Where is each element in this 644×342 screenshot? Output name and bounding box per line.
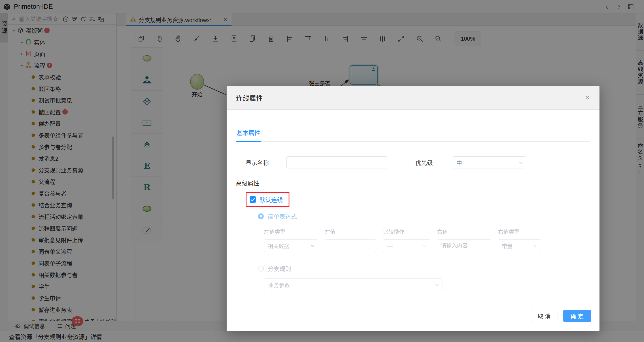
select-value: == xyxy=(387,242,393,249)
branch-rule-option: 分支规则 xyxy=(258,264,600,273)
select-value: 相关数据 xyxy=(268,242,289,250)
dialog-footer: 取 消 确 定 xyxy=(531,310,591,322)
dialog-header: 连线属性 xyxy=(226,86,600,110)
primeton-ide-window: Primeton-IDE 资源 AIEn文 ▾稀饭粥!▸实体▸页面▾流程!表单校… xyxy=(0,0,644,342)
priority-select[interactable]: 中 xyxy=(452,156,526,168)
column-select-disabled[interactable]: == xyxy=(383,239,430,252)
expression-column: 比较操作== xyxy=(383,228,430,252)
column-select-disabled[interactable]: 常量 xyxy=(498,239,541,252)
simple-expression-option: 简单表达式 xyxy=(258,212,600,220)
close-x-icon xyxy=(584,94,591,101)
column-label: 左值类型 xyxy=(264,228,318,235)
column-label: 右值 xyxy=(437,228,491,235)
chevron-down-icon xyxy=(311,243,314,247)
branch-rule-radio[interactable] xyxy=(258,266,264,272)
display-name-label: 显示名称 xyxy=(246,158,269,167)
expression-column: 左值 xyxy=(325,228,376,252)
branch-rule-label: 分支规则 xyxy=(268,264,291,273)
branch-rule-value: 业务参数 xyxy=(268,281,290,289)
display-name-input[interactable] xyxy=(286,156,388,168)
expression-column: 右值类型常量 xyxy=(498,228,541,252)
column-label: 比较操作 xyxy=(383,228,430,235)
column-label: 左值 xyxy=(325,228,376,235)
simple-expression-label: 简单表达式 xyxy=(268,212,297,220)
column-input[interactable] xyxy=(441,242,488,249)
tab-basic-properties[interactable]: 基本属性 xyxy=(236,128,261,142)
chevron-down-icon xyxy=(423,243,427,247)
column-select-disabled[interactable]: 相关数据 xyxy=(264,239,318,252)
select-value: 常量 xyxy=(502,242,512,250)
annotation-highlight-box: 默认连线 xyxy=(246,192,290,207)
chevron-down-icon xyxy=(435,282,439,286)
advanced-section-label: 高级属性 xyxy=(236,179,259,187)
section-divider xyxy=(263,183,590,183)
cancel-button[interactable]: 取 消 xyxy=(531,310,558,322)
dialog-tabs: 基本属性 xyxy=(236,128,590,142)
expression-column: 左值类型相关数据 xyxy=(264,228,318,252)
column-input-disabled[interactable] xyxy=(325,239,376,252)
confirm-button[interactable]: 确 定 xyxy=(563,310,591,322)
column-input[interactable] xyxy=(328,242,372,249)
chevron-down-icon xyxy=(519,160,522,164)
close-icon[interactable] xyxy=(584,94,591,101)
priority-label: 优先级 xyxy=(416,158,433,167)
column-label: 右值类型 xyxy=(498,228,541,235)
simple-expression-radio[interactable] xyxy=(258,214,264,219)
advanced-section: 高级属性 xyxy=(236,179,590,187)
column-input-disabled[interactable] xyxy=(437,239,491,252)
expression-columns: 左值类型相关数据左值比较操作==右值右值类型常量 xyxy=(264,228,590,252)
expression-column: 右值 xyxy=(437,228,491,252)
dialog-title: 连线属性 xyxy=(236,93,263,103)
default-line-label: 默认连线 xyxy=(260,196,283,204)
basic-form-row: 显示名称 优先级 中 xyxy=(246,156,590,168)
branch-rule-select[interactable]: 业务参数 xyxy=(264,278,442,291)
default-line-checkbox[interactable] xyxy=(250,196,256,203)
chevron-down-icon xyxy=(534,243,538,247)
connection-properties-dialog: 连线属性 基本属性 显示名称 优先级 中 高级属性 默认连线 xyxy=(226,86,600,331)
priority-value: 中 xyxy=(456,158,462,166)
